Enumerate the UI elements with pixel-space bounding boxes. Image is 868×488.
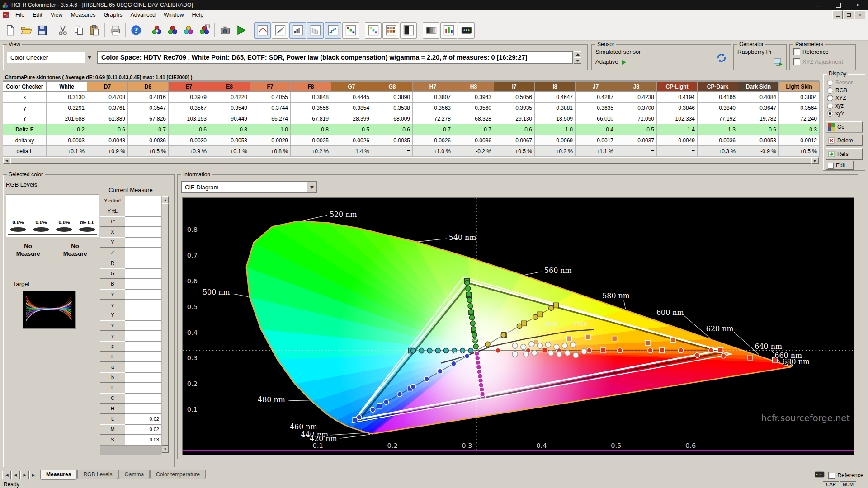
table-cell[interactable]: 0.5: [331, 124, 372, 135]
table-cell[interactable]: 0.3700: [616, 103, 657, 113]
table-cell[interactable]: 0.6: [87, 124, 128, 135]
table-cell[interactable]: 0.8: [291, 124, 331, 135]
table-cell[interactable]: 0.0035: [372, 135, 413, 146]
scroll-thumb[interactable]: [10, 157, 811, 164]
view-contrast-button[interactable]: [400, 22, 417, 39]
table-cell[interactable]: 0.0053: [738, 135, 779, 146]
scroll-up-button[interactable]: ▲: [162, 196, 169, 203]
table-cell[interactable]: 0.4084: [738, 92, 779, 103]
scroll-left-button[interactable]: ◀: [3, 157, 10, 164]
table-cell[interactable]: 0.7: [453, 124, 494, 135]
print-button[interactable]: [108, 23, 123, 38]
refs-button[interactable]: Refs: [826, 148, 863, 160]
table-cell[interactable]: 0.3549: [209, 103, 250, 113]
table-cell[interactable]: 0.0037: [616, 135, 657, 146]
measure-colorchecker-button[interactable]: [197, 23, 212, 38]
table-cell[interactable]: 0.3556: [291, 103, 331, 113]
measures-hscrollbar[interactable]: ◀ ▶: [3, 157, 819, 164]
column-header-cp-dark[interactable]: CP-Dark: [698, 82, 738, 92]
table-cell[interactable]: 0.6: [169, 124, 209, 135]
table-cell[interactable]: +0.5 %: [128, 146, 169, 157]
table-cell[interactable]: =: [657, 146, 698, 157]
capture-image-button[interactable]: [217, 23, 232, 38]
view-free-measures-button[interactable]: [254, 22, 271, 39]
view-secondaries-button[interactable]: [365, 22, 382, 39]
table-cell[interactable]: =: [616, 146, 657, 157]
table-cell[interactable]: 1.4: [657, 124, 698, 135]
view-gradient-button[interactable]: [423, 22, 439, 39]
table-cell[interactable]: 66.010: [576, 113, 616, 124]
menu-edit[interactable]: Edit: [28, 10, 47, 19]
mdi-minimize-button[interactable]: [832, 10, 843, 19]
table-cell[interactable]: 0.4055: [250, 92, 291, 103]
table-cell[interactable]: 0.4238: [616, 92, 657, 103]
table-cell[interactable]: +0.2 %: [535, 146, 576, 157]
paste-button[interactable]: [87, 23, 102, 38]
table-cell[interactable]: 0.0036: [128, 135, 169, 146]
table-cell[interactable]: 0.0036: [698, 135, 738, 146]
table-cell[interactable]: 1.3: [698, 124, 738, 135]
table-cell[interactable]: 1.0: [535, 124, 576, 135]
table-cell[interactable]: 0.3935: [494, 103, 535, 113]
menu-file[interactable]: File: [11, 10, 28, 19]
table-cell[interactable]: +0.5 %: [779, 146, 820, 157]
table-cell[interactable]: 0.3807: [413, 92, 453, 103]
view-test-pattern-button[interactable]: [458, 22, 475, 39]
table-cell[interactable]: 0.3848: [291, 92, 331, 103]
table-cell[interactable]: 0.3744: [250, 103, 291, 113]
table-cell[interactable]: 72.278: [413, 113, 453, 124]
chevron-down-icon[interactable]: [307, 182, 316, 192]
table-cell[interactable]: =: [372, 146, 413, 157]
table-cell[interactable]: 0.3647: [738, 103, 779, 113]
sensor-play-icon[interactable]: [622, 60, 628, 65]
menu-view[interactable]: View: [47, 10, 67, 19]
column-header-i7[interactable]: I7: [494, 82, 535, 92]
table-cell[interactable]: 0.4647: [535, 92, 576, 103]
delete-button[interactable]: Delete: [826, 135, 863, 146]
table-cell[interactable]: 0.0067: [494, 135, 535, 146]
column-header-f7[interactable]: F7: [250, 82, 291, 92]
column-header-d7[interactable]: D7: [87, 82, 128, 92]
tab-scroll-last-button[interactable]: ▶|: [29, 471, 38, 479]
reference-checkbox[interactable]: Reference: [828, 472, 863, 479]
view-rgb-levels-button[interactable]: [440, 22, 457, 39]
table-cell[interactable]: 0.3563: [413, 103, 453, 113]
table-cell[interactable]: 67.826: [128, 113, 169, 124]
column-header-e7[interactable]: E7: [169, 82, 209, 92]
table-cell[interactable]: 0.3761: [87, 103, 128, 113]
view-nearwhite-button[interactable]: [307, 22, 324, 39]
table-cell[interactable]: 0.0017: [576, 135, 616, 146]
column-header-h8[interactable]: H8: [453, 82, 494, 92]
table-cell[interactable]: 0.7: [413, 124, 453, 135]
tab-rgb-levels[interactable]: RGB Levels: [77, 470, 118, 479]
table-cell[interactable]: 0.3881: [535, 103, 576, 113]
table-cell[interactable]: +0.9 %: [87, 146, 128, 157]
table-cell[interactable]: 0.0012: [779, 135, 820, 146]
mdi-close-button[interactable]: ×: [855, 10, 865, 19]
column-header-j7[interactable]: J7: [576, 82, 616, 92]
checkbox-icon[interactable]: [793, 48, 800, 55]
table-cell[interactable]: 0.3547: [128, 103, 169, 113]
radio-icon[interactable]: [827, 95, 833, 101]
pattern-generator-icon[interactable]: [815, 471, 825, 479]
table-cell[interactable]: 77.192: [698, 113, 738, 124]
tab-scroll-first-button[interactable]: |◀: [2, 471, 11, 479]
column-header-cp-light[interactable]: CP-Light: [657, 82, 698, 92]
column-header-g8[interactable]: G8: [372, 82, 413, 92]
menu-measures[interactable]: Measures: [67, 10, 100, 19]
run-measures-button[interactable]: [233, 23, 248, 38]
table-cell[interactable]: +0.9 %: [169, 146, 209, 157]
table-cell[interactable]: +0.8 %: [250, 146, 291, 157]
sensor-mode[interactable]: Adaptive: [595, 58, 628, 65]
view-grayscale-button[interactable]: [272, 22, 288, 39]
table-cell[interactable]: 0.3804: [779, 92, 820, 103]
column-header-d8[interactable]: D8: [128, 82, 169, 92]
table-cell[interactable]: 61.889: [87, 113, 128, 124]
table-cell[interactable]: 90.449: [209, 113, 250, 124]
table-cell[interactable]: 0.3979: [169, 92, 209, 103]
table-cell[interactable]: 0.5056: [494, 92, 535, 103]
table-cell[interactable]: 18.509: [535, 113, 576, 124]
table-cell[interactable]: 0.3840: [698, 103, 738, 113]
table-cell[interactable]: +1.4 %: [331, 146, 372, 157]
table-cell[interactable]: +1.1 %: [576, 146, 616, 157]
